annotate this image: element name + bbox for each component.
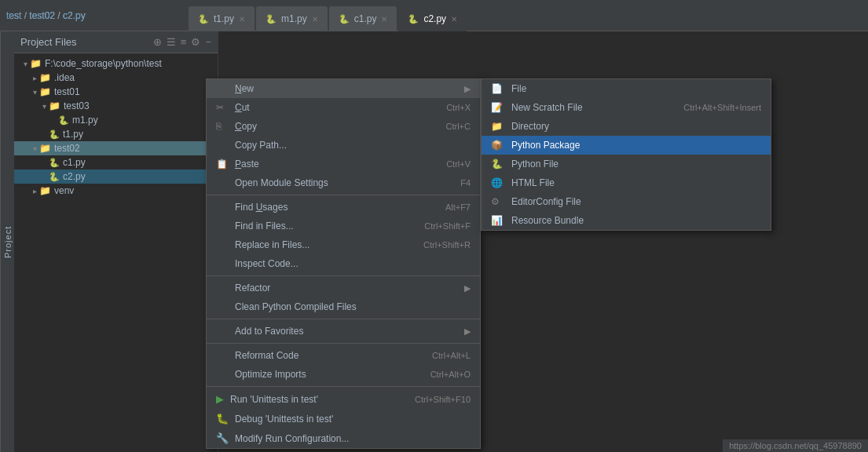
directory-icon: 📁 xyxy=(491,121,505,132)
file-icon: 📄 xyxy=(491,83,505,94)
t1py-tab-close[interactable]: ✕ xyxy=(239,15,245,24)
menu-item-modify-run[interactable]: 🔧 Modify Run Configuration... xyxy=(207,428,480,448)
tree-m1py[interactable]: 🐍 m1.py xyxy=(14,113,218,127)
hide-icon[interactable]: − xyxy=(205,36,211,48)
submenu-item-editorconfig[interactable]: ⚙ EditorConfig File xyxy=(482,192,771,211)
menu-item-debug[interactable]: 🐛 Debug 'Unittests in test' xyxy=(207,409,480,428)
tree-c1py[interactable]: 🐍 c1.py xyxy=(14,155,218,170)
menu-item-reformat[interactable]: Reformat Code Ctrl+Alt+L xyxy=(207,346,480,365)
settings-icon[interactable]: ⚙ xyxy=(191,36,200,48)
root-label: F:\code_storage\python\test xyxy=(45,58,162,69)
separator2 xyxy=(207,275,480,276)
chevron-down: ▾ xyxy=(30,144,39,153)
wrench-icon: 🔧 xyxy=(216,432,229,444)
tree-t1py[interactable]: 🐍 t1.py xyxy=(14,127,218,141)
tree-test03[interactable]: ▾ 📁 test03 xyxy=(14,99,218,113)
sync-icon[interactable]: ⊕ xyxy=(153,36,162,48)
run-shortcut: Ctrl+Shift+F10 xyxy=(415,395,471,404)
chevron-right: ▸ xyxy=(30,187,39,195)
separator5 xyxy=(207,386,480,387)
menu-item-favorites[interactable]: Add to Favorites ▶ xyxy=(207,322,480,341)
tree-test02[interactable]: ▾ 📁 test02 xyxy=(14,141,218,155)
submenu-item-directory[interactable]: 📁 Directory xyxy=(482,117,771,136)
menu-label-inspect: Inspect Code... xyxy=(235,258,471,269)
separator1 xyxy=(207,195,480,195)
tab-t1py[interactable]: 🐍 t1.py ✕ xyxy=(189,6,255,31)
collapse-icon[interactable]: ☰ xyxy=(167,36,176,48)
m1py-tab-close[interactable]: ✕ xyxy=(312,15,318,24)
breadcrumb-bar: test / test02 / c2.py xyxy=(6,0,86,31)
tree-test01[interactable]: ▾ 📁 test01 xyxy=(14,85,218,99)
separator3 xyxy=(207,319,480,319)
tree-idea[interactable]: ▸ 📁 .idea xyxy=(14,71,218,85)
menu-item-refactor[interactable]: Refactor ▶ xyxy=(207,279,480,297)
menu-label-clean: Clean Python Compiled Files xyxy=(235,301,471,312)
t1py-tab-icon: 🐍 xyxy=(198,14,209,24)
test02-folder-icon: 📁 xyxy=(39,143,51,154)
menu-item-new[interactable]: New ▶ xyxy=(207,79,480,98)
debug-icon: 🐛 xyxy=(216,413,229,425)
find-usages-shortcut: Alt+F7 xyxy=(445,202,471,212)
menu-item-find-files[interactable]: Find in Files... Ctrl+Shift+F xyxy=(207,217,480,235)
scratch-shortcut: Ctrl+Alt+Shift+Insert xyxy=(683,103,761,112)
paste-icon: 📋 xyxy=(216,159,229,170)
menu-item-copy[interactable]: ⎘ Copy Ctrl+C xyxy=(207,117,480,136)
menu-label-replace-files: Replace in Files... xyxy=(235,239,408,250)
submenu-item-scratch[interactable]: 📝 New Scratch File Ctrl+Alt+Shift+Insert xyxy=(482,98,771,117)
tab-c2py[interactable]: 🐍 c2.py ✕ xyxy=(398,6,467,31)
submenu-item-file[interactable]: 📄 File xyxy=(482,79,771,98)
menu-item-cut[interactable]: ✂ Cut Ctrl+X xyxy=(207,98,480,117)
tab-m1py[interactable]: 🐍 m1.py ✕ xyxy=(256,6,328,31)
tree-c2py[interactable]: 🐍 c2.py xyxy=(14,170,218,184)
c1py-tab-icon: 🐍 xyxy=(339,14,350,24)
breadcrumb-text: test / test02 / c2.py xyxy=(6,10,86,21)
html-icon: 🌐 xyxy=(491,177,505,188)
submenu-item-resource[interactable]: 📊 Resource Bundle xyxy=(482,211,771,230)
cut-shortcut: Ctrl+X xyxy=(446,103,471,112)
submenu-item-html[interactable]: 🌐 HTML File xyxy=(482,173,771,192)
tab-c1py[interactable]: 🐍 c1.py ✕ xyxy=(329,6,397,31)
idea-folder-icon: 📁 xyxy=(39,72,51,83)
c2py-tab-label: c2.py xyxy=(423,13,446,24)
menu-item-clean[interactable]: Clean Python Compiled Files xyxy=(207,297,480,316)
menu-label-reformat: Reformat Code xyxy=(235,350,416,361)
pyfile-icon: 🐍 xyxy=(491,159,505,170)
menu-item-optimize[interactable]: Optimize Imports Ctrl+Alt+O xyxy=(207,365,480,384)
test01-folder-icon: 📁 xyxy=(39,86,51,97)
submenu-item-pypackage[interactable]: 📦 Python Package xyxy=(482,136,771,155)
menu-item-inspect[interactable]: Inspect Code... xyxy=(207,254,480,273)
tree-root[interactable]: ▾ 📁 F:\code_storage\python\test xyxy=(14,56,218,71)
reformat-shortcut: Ctrl+Alt+L xyxy=(432,351,471,360)
menu-item-paste[interactable]: 📋 Paste Ctrl+V xyxy=(207,155,480,173)
menu-label-favorites: Add to Favorites xyxy=(235,326,458,337)
panel-icons: ⊕ ☰ ≡ ⚙ − xyxy=(153,36,211,48)
submenu-label-resource: Resource Bundle xyxy=(511,215,761,226)
file-tree-panel: Project Files ⊕ ☰ ≡ ⚙ − ▾ 📁 F:\code_stor… xyxy=(14,31,218,452)
submenu-arrow-favorites: ▶ xyxy=(464,326,471,337)
root-folder-icon: 📁 xyxy=(30,58,42,69)
c1py-tab-close[interactable]: ✕ xyxy=(381,15,387,24)
menu-item-find-usages[interactable]: Find Usages Alt+F7 xyxy=(207,198,480,217)
c2py-tab-icon: 🐍 xyxy=(408,14,419,24)
c1py-icon: 🐍 xyxy=(49,158,60,168)
submenu-arrow-refactor: ▶ xyxy=(464,283,471,293)
menu-label-modify-run: Modify Run Configuration... xyxy=(235,433,471,444)
submenu-label-directory: Directory xyxy=(511,121,761,132)
menu-label-find-usages: Find Usages xyxy=(235,202,430,213)
copy-icon: ⎘ xyxy=(216,121,229,132)
submenu-arrow-new: ▶ xyxy=(464,84,471,94)
submenu-item-pyfile[interactable]: 🐍 Python File xyxy=(482,155,771,173)
submenu-label-pypackage: Python Package xyxy=(511,140,761,151)
filter-icon[interactable]: ≡ xyxy=(181,36,187,48)
tree-venv[interactable]: ▸ 📁 venv xyxy=(14,184,218,198)
menu-item-run[interactable]: ▶ Run 'Unittests in test' Ctrl+Shift+F10 xyxy=(207,389,480,409)
c1py-label: c1.py xyxy=(63,157,86,168)
venv-label: venv xyxy=(54,185,74,196)
c2py-tab-close[interactable]: ✕ xyxy=(451,15,457,24)
menu-item-copy-path[interactable]: Copy Path... xyxy=(207,136,480,155)
menu-item-open-module[interactable]: Open Module Settings F4 xyxy=(207,173,480,192)
status-bar: https://blog.csdn.net/qq_45978890 xyxy=(723,439,868,452)
m1py-icon: 🐍 xyxy=(58,115,69,126)
menu-item-replace-files[interactable]: Replace in Files... Ctrl+Shift+R xyxy=(207,235,480,254)
context-menu: New ▶ ✂ Cut Ctrl+X ⎘ Copy Ctrl+C Copy Pa… xyxy=(206,78,481,449)
